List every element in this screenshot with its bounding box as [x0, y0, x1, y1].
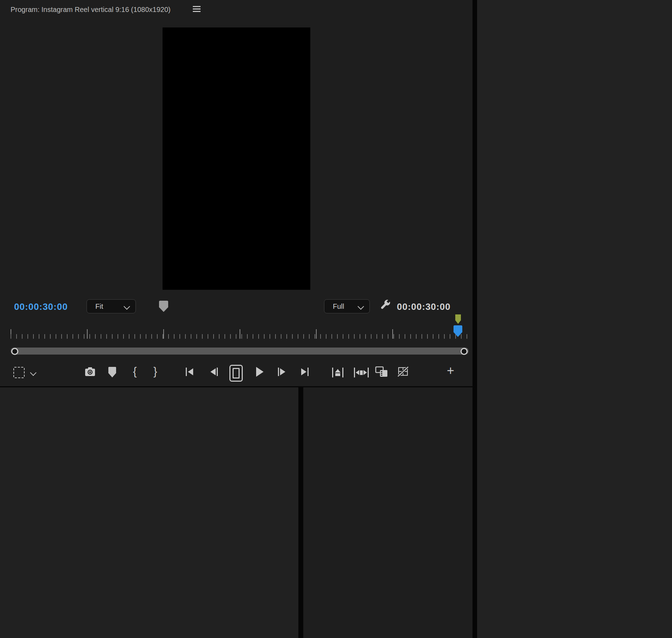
video-preview: [163, 27, 310, 290]
play-button[interactable]: [256, 367, 264, 377]
timeline-panel: 080x1920) Sequence 01 CC :00:00 00:01:00…: [0, 387, 298, 638]
playback-resolution-value: Full: [333, 302, 344, 311]
frame-display-icon[interactable]: [229, 365, 243, 382]
extract-button[interactable]: [354, 368, 369, 377]
marker-icon[interactable]: [159, 301, 168, 312]
program-scrollbar[interactable]: [11, 348, 469, 355]
overlay-options-chevron-icon[interactable]: [30, 369, 36, 376]
step-back-button[interactable]: [210, 368, 218, 376]
program-ruler-minor-ticks[interactable]: [11, 334, 468, 339]
multicam-disabled-icon[interactable]: [397, 366, 410, 377]
program-monitor-title: Program: Instagram Reel vertical 9:16 (1…: [11, 6, 171, 14]
program-scrollbar-right-handle[interactable]: [461, 348, 468, 355]
playback-resolution-select[interactable]: Full: [324, 299, 370, 313]
lift-button[interactable]: [332, 368, 343, 377]
add-button-icon[interactable]: +: [447, 363, 454, 378]
add-marker-icon[interactable]: [108, 367, 116, 377]
zoom-level-value: Fit: [95, 302, 103, 311]
zoom-level-select[interactable]: Fit: [87, 299, 136, 313]
safe-margins-icon[interactable]: [13, 367, 25, 378]
mark-in-icon[interactable]: {: [133, 365, 137, 378]
chevron-down-icon: [123, 303, 130, 309]
settings-wrench-icon[interactable]: [379, 299, 391, 311]
audio-meter-panel: 0 -6 -12 -18 -24 -30 -36 -42 -48 -54 dB …: [303, 387, 473, 638]
properties-panel: Properties Lumetri Color Essential S » O…: [477, 0, 672, 638]
export-media-icon[interactable]: [375, 366, 388, 378]
duration-timecode: 00:00:30:00: [397, 301, 451, 312]
sequence-marker-green[interactable]: [455, 314, 461, 324]
mark-out-icon[interactable]: }: [153, 365, 157, 378]
program-monitor-panel: Program: Instagram Reel vertical 9:16 (1…: [0, 0, 473, 386]
export-frame-camera-icon[interactable]: [84, 367, 96, 377]
panel-menu-icon[interactable]: [193, 8, 201, 10]
chevron-down-icon: [357, 303, 364, 309]
program-scrollbar-left-handle[interactable]: [11, 348, 18, 355]
go-to-in-button[interactable]: [186, 368, 193, 376]
go-to-out-button[interactable]: [301, 368, 309, 376]
application-window: Program: Instagram Reel vertical 9:16 (1…: [0, 0, 672, 638]
step-forward-button[interactable]: [278, 368, 285, 376]
playhead-timecode[interactable]: 00:00:30:00: [14, 301, 68, 312]
